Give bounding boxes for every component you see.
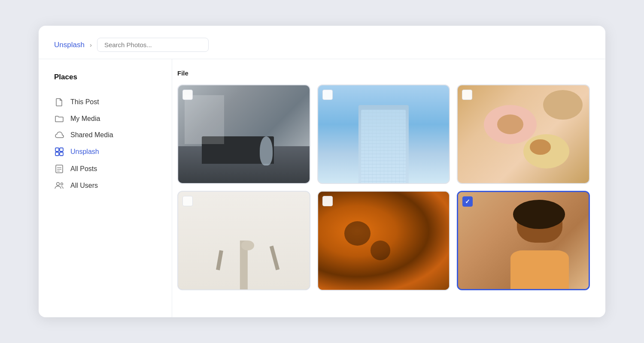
sidebar-item-label-this-post: This Post [70,98,99,106]
sidebar-item-this-post[interactable]: This Post [54,93,156,111]
svg-point-8 [57,183,60,186]
breadcrumb-unsplash[interactable]: Unsplash [54,41,85,49]
photo-5-content [318,192,450,289]
svg-rect-4 [56,165,63,173]
folder-icon [54,115,64,123]
sidebar-item-unsplash[interactable]: Unsplash [54,143,156,160]
sidebar-item-all-posts[interactable]: All Posts [54,160,156,178]
cloud-icon [54,132,64,138]
sidebar-item-shared-media[interactable]: Shared Media [54,127,156,143]
svg-rect-0 [55,148,59,151]
sidebar-item-label-shared-media: Shared Media [70,131,113,139]
modal-header: Unsplash › [39,26,605,59]
sidebar-item-label-all-posts: All Posts [70,165,97,173]
photo-checkbox-4[interactable] [182,196,193,206]
section-label: File [177,69,590,77]
svg-rect-3 [60,152,63,156]
photo-3-content [458,85,589,183]
media-picker-modal: Unsplash › Places This Post [39,26,605,317]
sidebar: Places This Post My Media [39,59,172,317]
photo-1-content [178,85,310,183]
photo-2-content [318,85,450,183]
photo-checkbox-2[interactable] [322,90,333,100]
photo-checkbox-6[interactable] [462,196,473,207]
unsplash-icon [54,147,64,156]
photo-card-2[interactable] [317,84,450,184]
svg-rect-1 [60,148,63,151]
photo-card-4[interactable] [177,191,310,290]
sidebar-title: Places [54,73,156,81]
sidebar-item-my-media[interactable]: My Media [54,111,156,127]
photo-card-3[interactable] [457,84,590,184]
photo-checkbox-5[interactable] [322,196,333,206]
sidebar-item-label-my-media: My Media [70,115,100,123]
breadcrumb-chevron-icon: › [90,41,92,48]
svg-rect-2 [55,152,59,156]
sidebar-item-label-all-users: All Users [70,182,98,190]
photo-grid [177,84,590,291]
sidebar-item-all-users[interactable]: All Users [54,178,156,194]
photo-checkbox-3[interactable] [462,90,472,100]
modal-body: Places This Post My Media [39,59,605,317]
photo-card-1[interactable] [177,84,310,184]
svg-point-9 [61,183,63,185]
photo-card-6[interactable] [457,191,590,290]
sidebar-item-label-unsplash: Unsplash [70,148,99,156]
document-icon [54,98,64,106]
photo-checkbox-1[interactable] [182,90,193,100]
search-input[interactable] [97,38,209,52]
photo-card-5[interactable] [317,191,450,290]
photo-6-content [458,192,589,289]
photo-4-content [178,192,310,289]
article-icon [54,165,64,173]
users-icon [54,182,64,190]
main-content: File [172,59,605,317]
